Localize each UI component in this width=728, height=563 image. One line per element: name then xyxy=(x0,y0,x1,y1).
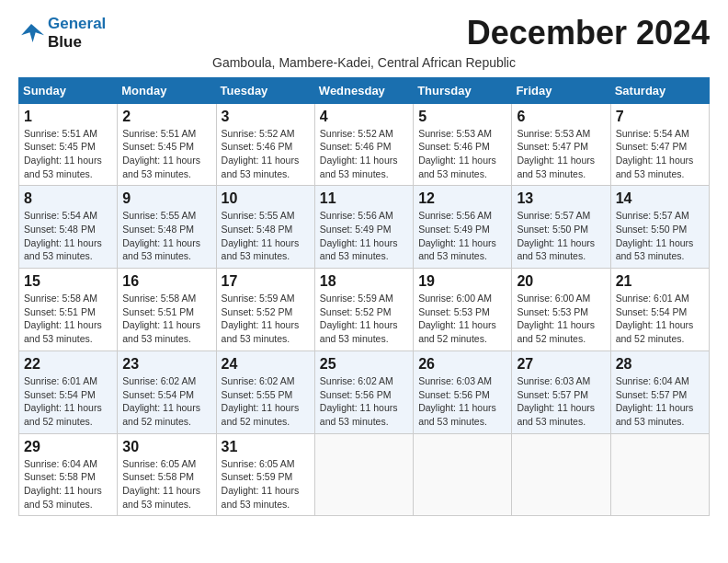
calendar-cell: 12Sunrise: 5:56 AM Sunset: 5:49 PM Dayli… xyxy=(414,186,512,269)
day-number: 28 xyxy=(616,356,704,373)
calendar-cell: 21Sunrise: 6:01 AM Sunset: 5:54 PM Dayli… xyxy=(610,269,709,351)
location-subtitle: Gamboula, Mambere-Kadei, Central African… xyxy=(18,55,710,70)
calendar-cell: 2Sunrise: 5:51 AM Sunset: 5:45 PM Daylig… xyxy=(118,103,216,186)
calendar-cell: 15Sunrise: 5:58 AM Sunset: 5:51 PM Dayli… xyxy=(19,269,118,351)
weekday-header-wednesday: Wednesday xyxy=(314,77,413,103)
day-number: 21 xyxy=(616,273,704,290)
calendar-cell: 18Sunrise: 5:59 AM Sunset: 5:52 PM Dayli… xyxy=(314,269,413,351)
calendar-cell: 7Sunrise: 5:54 AM Sunset: 5:47 PM Daylig… xyxy=(610,103,709,186)
day-number: 3 xyxy=(222,109,310,125)
day-detail: Sunrise: 5:57 AM Sunset: 5:50 PM Dayligh… xyxy=(517,209,605,263)
day-detail: Sunrise: 5:59 AM Sunset: 5:52 PM Dayligh… xyxy=(320,292,408,346)
day-number: 14 xyxy=(616,190,704,207)
day-detail: Sunrise: 6:01 AM Sunset: 5:54 PM Dayligh… xyxy=(24,374,112,429)
weekday-header-friday: Friday xyxy=(512,77,610,103)
calendar-cell: 27Sunrise: 6:03 AM Sunset: 5:57 PM Dayli… xyxy=(512,350,610,433)
day-number: 16 xyxy=(122,273,210,290)
calendar-cell: 3Sunrise: 5:52 AM Sunset: 5:46 PM Daylig… xyxy=(216,103,314,186)
calendar-cell xyxy=(314,433,413,516)
calendar-cell: 11Sunrise: 5:56 AM Sunset: 5:49 PM Dayli… xyxy=(314,186,413,269)
day-number: 8 xyxy=(24,190,112,207)
calendar-cell: 30Sunrise: 6:05 AM Sunset: 5:58 PM Dayli… xyxy=(118,433,216,516)
day-detail: Sunrise: 5:52 AM Sunset: 5:46 PM Dayligh… xyxy=(222,127,310,181)
day-number: 17 xyxy=(222,273,310,290)
calendar-cell: 1Sunrise: 5:51 AM Sunset: 5:45 PM Daylig… xyxy=(19,103,118,186)
day-detail: Sunrise: 5:53 AM Sunset: 5:46 PM Dayligh… xyxy=(418,127,506,181)
calendar-cell xyxy=(512,433,610,516)
day-number: 1 xyxy=(24,109,112,125)
weekday-header-saturday: Saturday xyxy=(610,77,709,103)
day-number: 15 xyxy=(24,273,112,290)
day-detail: Sunrise: 5:54 AM Sunset: 5:47 PM Dayligh… xyxy=(616,127,704,181)
calendar-cell: 19Sunrise: 6:00 AM Sunset: 5:53 PM Dayli… xyxy=(414,269,512,351)
day-detail: Sunrise: 6:04 AM Sunset: 5:57 PM Dayligh… xyxy=(616,374,704,429)
day-detail: Sunrise: 6:01 AM Sunset: 5:54 PM Dayligh… xyxy=(616,292,704,346)
day-number: 4 xyxy=(320,109,408,125)
day-number: 19 xyxy=(418,273,506,290)
day-detail: Sunrise: 6:05 AM Sunset: 5:59 PM Dayligh… xyxy=(222,457,310,511)
day-detail: Sunrise: 5:51 AM Sunset: 5:45 PM Dayligh… xyxy=(24,127,112,181)
calendar-cell: 16Sunrise: 5:58 AM Sunset: 5:51 PM Dayli… xyxy=(118,269,216,351)
calendar-cell: 17Sunrise: 5:59 AM Sunset: 5:52 PM Dayli… xyxy=(216,269,314,351)
calendar-cell: 20Sunrise: 6:00 AM Sunset: 5:53 PM Dayli… xyxy=(512,269,610,351)
calendar-cell xyxy=(610,433,709,516)
day-number: 25 xyxy=(320,356,408,373)
logo: General Blue xyxy=(18,15,106,51)
day-number: 18 xyxy=(320,273,408,290)
calendar-cell: 4Sunrise: 5:52 AM Sunset: 5:46 PM Daylig… xyxy=(314,103,413,186)
calendar-cell: 22Sunrise: 6:01 AM Sunset: 5:54 PM Dayli… xyxy=(19,350,118,433)
calendar-cell: 9Sunrise: 5:55 AM Sunset: 5:48 PM Daylig… xyxy=(118,186,216,269)
day-number: 5 xyxy=(418,109,506,125)
calendar-cell: 6Sunrise: 5:53 AM Sunset: 5:47 PM Daylig… xyxy=(512,103,610,186)
calendar-cell: 29Sunrise: 6:04 AM Sunset: 5:58 PM Dayli… xyxy=(19,433,118,516)
calendar-cell xyxy=(414,433,512,516)
svg-marker-0 xyxy=(21,23,44,41)
day-number: 22 xyxy=(24,356,112,373)
day-detail: Sunrise: 6:00 AM Sunset: 5:53 PM Dayligh… xyxy=(517,292,605,346)
day-detail: Sunrise: 6:03 AM Sunset: 5:57 PM Dayligh… xyxy=(517,374,605,429)
weekday-header-monday: Monday xyxy=(118,77,216,103)
day-number: 12 xyxy=(418,190,506,207)
calendar-cell: 24Sunrise: 6:02 AM Sunset: 5:55 PM Dayli… xyxy=(216,350,314,433)
calendar-cell: 25Sunrise: 6:02 AM Sunset: 5:56 PM Dayli… xyxy=(314,350,413,433)
day-detail: Sunrise: 6:02 AM Sunset: 5:55 PM Dayligh… xyxy=(222,374,310,429)
day-detail: Sunrise: 6:03 AM Sunset: 5:56 PM Dayligh… xyxy=(418,374,506,429)
day-number: 9 xyxy=(122,190,210,207)
day-detail: Sunrise: 5:51 AM Sunset: 5:45 PM Dayligh… xyxy=(122,127,210,181)
day-number: 26 xyxy=(418,356,506,373)
day-number: 10 xyxy=(222,190,310,207)
calendar-cell: 28Sunrise: 6:04 AM Sunset: 5:57 PM Dayli… xyxy=(610,350,709,433)
calendar-cell: 13Sunrise: 5:57 AM Sunset: 5:50 PM Dayli… xyxy=(512,186,610,269)
day-detail: Sunrise: 5:55 AM Sunset: 5:48 PM Dayligh… xyxy=(222,209,310,263)
day-detail: Sunrise: 5:53 AM Sunset: 5:47 PM Dayligh… xyxy=(517,127,605,181)
day-detail: Sunrise: 5:56 AM Sunset: 5:49 PM Dayligh… xyxy=(320,209,408,263)
day-number: 6 xyxy=(517,109,605,125)
day-number: 11 xyxy=(320,190,408,207)
day-detail: Sunrise: 6:05 AM Sunset: 5:58 PM Dayligh… xyxy=(122,457,210,511)
calendar-cell: 31Sunrise: 6:05 AM Sunset: 5:59 PM Dayli… xyxy=(216,433,314,516)
day-number: 2 xyxy=(122,109,210,125)
day-detail: Sunrise: 5:55 AM Sunset: 5:48 PM Dayligh… xyxy=(122,209,210,263)
day-detail: Sunrise: 5:58 AM Sunset: 5:51 PM Dayligh… xyxy=(24,292,112,346)
day-number: 23 xyxy=(122,356,210,373)
calendar-cell: 10Sunrise: 5:55 AM Sunset: 5:48 PM Dayli… xyxy=(216,186,314,269)
day-number: 27 xyxy=(517,356,605,373)
day-detail: Sunrise: 5:52 AM Sunset: 5:46 PM Dayligh… xyxy=(320,127,408,181)
day-detail: Sunrise: 6:02 AM Sunset: 5:56 PM Dayligh… xyxy=(320,374,408,429)
calendar-cell: 26Sunrise: 6:03 AM Sunset: 5:56 PM Dayli… xyxy=(414,350,512,433)
calendar-cell: 5Sunrise: 5:53 AM Sunset: 5:46 PM Daylig… xyxy=(414,103,512,186)
day-number: 31 xyxy=(222,439,310,455)
day-number: 30 xyxy=(122,439,210,455)
day-detail: Sunrise: 5:59 AM Sunset: 5:52 PM Dayligh… xyxy=(222,292,310,346)
logo-text: General Blue xyxy=(48,15,106,51)
day-number: 24 xyxy=(222,356,310,373)
day-detail: Sunrise: 5:58 AM Sunset: 5:51 PM Dayligh… xyxy=(122,292,210,346)
calendar-cell: 14Sunrise: 5:57 AM Sunset: 5:50 PM Dayli… xyxy=(610,186,709,269)
day-detail: Sunrise: 6:02 AM Sunset: 5:54 PM Dayligh… xyxy=(122,374,210,429)
day-number: 13 xyxy=(517,190,605,207)
calendar-cell: 23Sunrise: 6:02 AM Sunset: 5:54 PM Dayli… xyxy=(118,350,216,433)
day-detail: Sunrise: 5:57 AM Sunset: 5:50 PM Dayligh… xyxy=(616,209,704,263)
weekday-header-sunday: Sunday xyxy=(19,77,118,103)
calendar-cell: 8Sunrise: 5:54 AM Sunset: 5:48 PM Daylig… xyxy=(19,186,118,269)
logo-bird-icon xyxy=(18,22,44,44)
